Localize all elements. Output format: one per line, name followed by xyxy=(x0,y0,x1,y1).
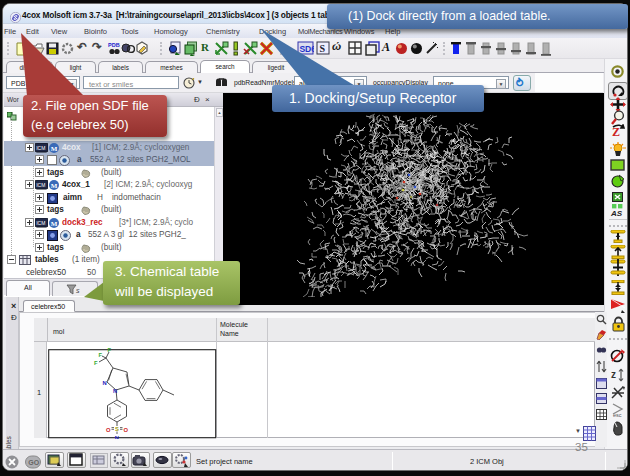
svg-text:F: F xyxy=(108,347,112,353)
svg-text:PDB: PDB xyxy=(108,42,120,48)
svg-text:ICM: ICM xyxy=(36,182,45,188)
svg-text:O: O xyxy=(124,427,129,433)
svg-text:M: M xyxy=(51,182,58,190)
svg-text:S: S xyxy=(115,426,119,432)
svg-text:AS: AS xyxy=(610,209,623,217)
svg-text:F: F xyxy=(94,360,98,366)
svg-text:s: s xyxy=(76,287,80,294)
svg-text:M: M xyxy=(51,219,58,227)
svg-text:S: S xyxy=(319,43,325,54)
svg-text:ICM: ICM xyxy=(36,144,45,150)
svg-text:z: z xyxy=(611,369,616,380)
svg-text:ICM: ICM xyxy=(36,219,45,225)
svg-text:N: N xyxy=(103,380,107,386)
svg-text:O: O xyxy=(106,427,111,433)
svg-text:F: F xyxy=(99,352,103,358)
svg-text:GO: GO xyxy=(28,459,39,466)
svg-text:M: M xyxy=(51,144,58,152)
svg-text:N: N xyxy=(115,435,119,440)
svg-text:SD6: SD6 xyxy=(299,44,314,54)
svg-text:esc: esc xyxy=(613,412,622,418)
svg-text:N: N xyxy=(113,388,117,394)
